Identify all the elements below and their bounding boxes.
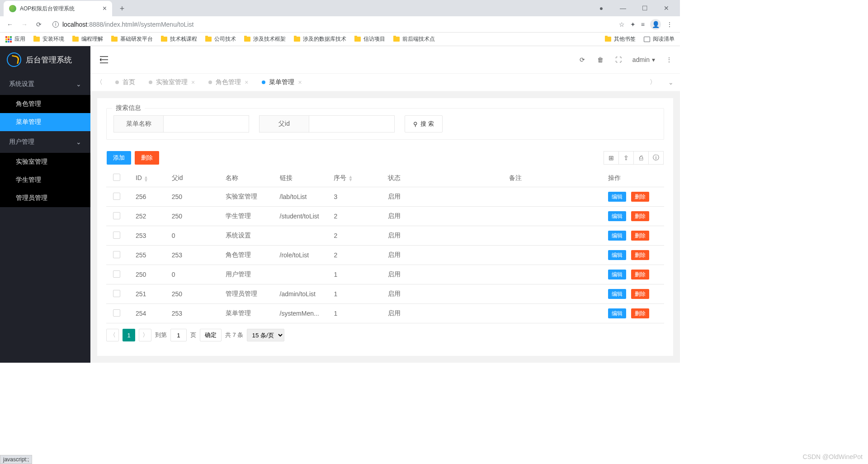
row-checkbox[interactable] <box>113 290 120 297</box>
bookmark-folder[interactable]: 公司技术 <box>205 35 236 43</box>
folder-icon <box>294 37 300 42</box>
tab-menu[interactable]: 菜单管理× <box>255 73 308 91</box>
add-button[interactable]: 添加 <box>107 151 131 165</box>
row-edit-button[interactable]: 编辑 <box>608 192 626 202</box>
per-page-select[interactable]: 15 条/页 <box>247 329 284 341</box>
help-button[interactable]: ⓘ <box>648 151 664 165</box>
row-checkbox[interactable] <box>113 193 120 200</box>
sidebar-item-menu[interactable]: 菜单管理 <box>0 113 90 131</box>
row-edit-button[interactable]: 编辑 <box>608 250 626 260</box>
row-delete-button[interactable]: 删除 <box>631 211 649 221</box>
sidebar-group-user[interactable]: 用户管理 ⌄ <box>0 131 90 153</box>
export-button[interactable]: ⇪ <box>618 151 634 165</box>
apps-button[interactable]: 应用 <box>5 35 25 43</box>
bookmark-folder[interactable]: 安装环境 <box>33 35 64 43</box>
site-info-icon[interactable]: i <box>52 21 59 28</box>
sidebar-item-role[interactable]: 角色管理 <box>0 95 90 113</box>
reload-button[interactable]: ⟳ <box>33 18 45 31</box>
bookmark-folder[interactable]: 基础研发平台 <box>111 35 153 43</box>
logo-icon <box>7 52 21 67</box>
row-edit-button[interactable]: 编辑 <box>608 211 626 221</box>
tab-home[interactable]: 首页 <box>108 73 142 91</box>
row-edit-button[interactable]: 编辑 <box>608 270 626 279</box>
tab-lab[interactable]: 实验室管理× <box>142 73 202 91</box>
cell-pid: 0 <box>165 265 219 284</box>
row-checkbox[interactable] <box>113 251 120 258</box>
sidebar-item-student[interactable]: 学生管理 <box>0 171 90 189</box>
table-row: 251 250 管理员管理 /admin/toList 1 启用 编辑 删除 <box>106 284 664 304</box>
row-edit-button[interactable]: 编辑 <box>608 231 626 241</box>
tab-close-icon[interactable]: × <box>245 79 248 86</box>
reading-list[interactable]: 阅读清单 <box>644 35 675 43</box>
cell-link: /admin/toList <box>273 284 327 304</box>
other-bookmarks[interactable]: 其他书签 <box>605 35 636 43</box>
bookmark-folder[interactable]: 编程理解 <box>72 35 103 43</box>
row-delete-button[interactable]: 删除 <box>631 289 649 299</box>
more-button[interactable]: ⋮ <box>665 56 673 63</box>
sort-icon[interactable]: ▲▼ <box>144 175 148 182</box>
bookmark-folder[interactable]: 技术栈课程 <box>161 35 197 43</box>
window-close-icon[interactable]: ✕ <box>656 1 676 15</box>
menu-icon[interactable]: ⋮ <box>666 21 673 28</box>
refresh-button[interactable]: ⟳ <box>578 56 586 63</box>
account-icon[interactable]: ● <box>591 1 611 15</box>
search-name-input[interactable] <box>163 115 249 133</box>
row-delete-button[interactable]: 删除 <box>631 250 649 260</box>
row-delete-button[interactable]: 删除 <box>631 231 649 241</box>
bookmark-folder[interactable]: 涉及技术框架 <box>244 35 286 43</box>
url-text: localhost:8888/index.html#//systemMenu/t… <box>62 21 193 28</box>
tabs-scroll-left[interactable]: 〈 <box>90 73 108 91</box>
row-checkbox[interactable] <box>113 309 120 317</box>
row-delete-button[interactable]: 删除 <box>631 308 649 318</box>
user-dropdown[interactable]: admin ▾ <box>632 56 655 63</box>
bookmark-folder[interactable]: 涉及的数据库技术 <box>294 35 346 43</box>
row-delete-button[interactable]: 删除 <box>631 192 649 202</box>
print-button[interactable]: ⎙ <box>633 151 649 165</box>
cell-link <box>273 226 327 246</box>
extensions-icon[interactable]: ✦ <box>630 21 636 28</box>
page-prev-button[interactable]: 〈 <box>106 329 119 341</box>
page-confirm-button[interactable]: 确定 <box>200 329 222 341</box>
sort-icon[interactable]: ▲▼ <box>348 175 353 181</box>
profile-avatar[interactable]: 👤 <box>650 19 661 30</box>
bookmark-folder[interactable]: 前后端技术点 <box>393 35 435 43</box>
bookmark-folder[interactable]: 信访项目 <box>354 35 385 43</box>
column-filter-button[interactable]: ⊞ <box>604 151 619 165</box>
search-button[interactable]: ⚲ 搜 索 <box>405 115 443 133</box>
minimize-icon[interactable]: — <box>613 1 633 15</box>
row-edit-button[interactable]: 编辑 <box>608 308 626 318</box>
row-delete-button[interactable]: 删除 <box>631 270 649 279</box>
fullscreen-button[interactable]: ⛶ <box>614 56 623 63</box>
tab-close-icon[interactable]: × <box>298 79 302 86</box>
page-input[interactable] <box>170 329 187 341</box>
sidebar-item-admin[interactable]: 管理员管理 <box>0 189 90 207</box>
url-bar[interactable]: i localhost:8888/index.html#//systemMenu… <box>47 18 617 31</box>
select-all-checkbox[interactable] <box>113 174 120 181</box>
row-checkbox[interactable] <box>113 232 120 239</box>
search-pid-input[interactable] <box>309 115 395 133</box>
cell-name: 用户管理 <box>219 265 273 284</box>
back-button[interactable]: ← <box>4 18 16 31</box>
new-tab-button[interactable]: + <box>116 2 128 15</box>
tab-close-icon[interactable]: × <box>191 79 195 86</box>
maximize-icon[interactable]: ☐ <box>635 1 655 15</box>
row-edit-button[interactable]: 编辑 <box>608 289 626 299</box>
sidebar-toggle-button[interactable] <box>97 53 111 66</box>
star-icon[interactable]: ☆ <box>619 21 625 28</box>
close-icon[interactable]: × <box>103 5 107 13</box>
delete-button[interactable]: 删除 <box>135 151 159 165</box>
folder-icon <box>393 37 400 42</box>
forward-button[interactable]: → <box>18 18 31 31</box>
tabs-dropdown[interactable]: ⌄ <box>662 73 680 91</box>
row-checkbox[interactable] <box>113 270 120 278</box>
tab-role[interactable]: 角色管理× <box>202 73 255 91</box>
sidebar-item-lab[interactable]: 实验室管理 <box>0 153 90 171</box>
page-number[interactable]: 1 <box>123 329 135 341</box>
browser-tab[interactable]: AOP权限后台管理系统 × <box>4 1 112 16</box>
tabs-scroll-right[interactable]: 〉 <box>644 73 662 91</box>
row-checkbox[interactable] <box>113 212 120 219</box>
reading-mode-icon[interactable]: ≡ <box>641 21 645 28</box>
sidebar-group-system[interactable]: 系统设置 ⌄ <box>0 73 90 95</box>
delete-button[interactable]: 🗑 <box>596 56 604 63</box>
page-next-button[interactable]: 〉 <box>139 329 151 341</box>
